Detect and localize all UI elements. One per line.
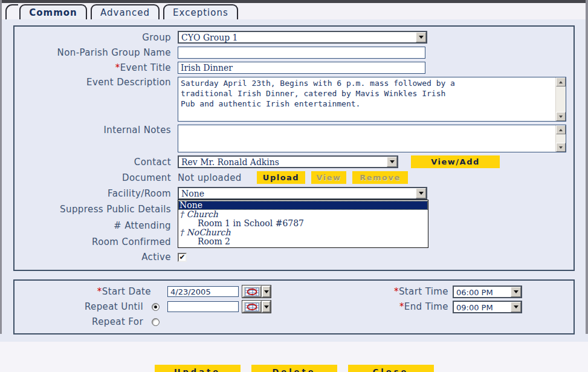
dropdown-arrow-icon[interactable] bbox=[416, 188, 426, 198]
tab-strip: Common Advanced Exceptions bbox=[0, 3, 588, 19]
start-time-label: *Start Time bbox=[292, 286, 448, 297]
contact-row: Contact Rev Mr. Ronald Adkins View/Add bbox=[15, 155, 570, 168]
facility-dropdown-list: None † Church Room 1 in School #6787 † N… bbox=[178, 200, 428, 248]
facility-option-nochurch[interactable]: † NoChurch bbox=[178, 228, 428, 237]
contact-label: Contact bbox=[15, 157, 175, 168]
scroll-down-icon[interactable] bbox=[556, 143, 566, 152]
schedule-section: *Start Date bbox=[13, 279, 575, 334]
calendar-button[interactable] bbox=[242, 301, 262, 313]
scrollbar[interactable] bbox=[555, 125, 566, 152]
repeat-until-calendar-button-group bbox=[242, 300, 271, 313]
document-row: Document Not uploaded Upload View Remove bbox=[15, 171, 570, 184]
event-title-label: *Event Title bbox=[15, 62, 175, 73]
room-confirmed-label: Room Confirmed bbox=[15, 237, 175, 247]
contact-select-value: Rev Mr. Ronald Adkins bbox=[179, 157, 387, 167]
facility-room-select[interactable]: None bbox=[178, 187, 427, 200]
document-label: Document bbox=[15, 172, 175, 183]
tab-strip-curve bbox=[5, 4, 18, 19]
schedule-right-column: *Start Time 06:00 PM *End Time 09:00 PM bbox=[292, 286, 573, 328]
repeat-for-label: Repeat For bbox=[15, 316, 143, 327]
start-date-row: *Start Date bbox=[15, 286, 292, 298]
facility-option-room2[interactable]: Room 2 bbox=[178, 237, 428, 246]
view-button[interactable]: View bbox=[311, 171, 346, 184]
main-form-section: Group CYO Group 1 Non-Parish Group Name … bbox=[13, 25, 575, 271]
facility-option-none[interactable]: None bbox=[178, 201, 428, 210]
event-description-textarea[interactable]: Saturday April 23th, Begins with 6 p.m. … bbox=[178, 77, 555, 121]
suppress-public-details-label: Suppress Public Details bbox=[15, 204, 175, 215]
contact-select[interactable]: Rev Mr. Ronald Adkins bbox=[178, 155, 398, 168]
event-description-label: Event Description bbox=[15, 77, 175, 88]
update-button[interactable]: Update bbox=[155, 365, 241, 372]
tab-common[interactable]: Common bbox=[19, 4, 87, 19]
facility-room-row: Facility/Room None None † Church Room 1 … bbox=[15, 187, 570, 200]
window-frame-right bbox=[586, 0, 588, 334]
facility-room-select-value: None bbox=[179, 188, 416, 198]
scroll-up-icon[interactable] bbox=[556, 125, 566, 134]
required-asterisk: * bbox=[394, 286, 399, 297]
facility-option-room1[interactable]: Room 1 in School #6787 bbox=[178, 219, 428, 228]
content-panel: Group CYO Group 1 Non-Parish Group Name … bbox=[0, 19, 588, 342]
start-time-select[interactable]: 06:00 PM bbox=[453, 286, 522, 298]
event-description-row: Event Description Saturday April 23th, B… bbox=[15, 77, 570, 122]
tab-advanced[interactable]: Advanced bbox=[91, 4, 160, 19]
scroll-up-icon[interactable] bbox=[556, 77, 566, 86]
start-date-calendar-button-group bbox=[242, 285, 271, 298]
group-row: Group CYO Group 1 bbox=[15, 31, 570, 44]
repeat-until-input[interactable] bbox=[167, 301, 239, 312]
footer-action-bar: Update Delete Close bbox=[0, 342, 588, 372]
group-select[interactable]: CYO Group 1 bbox=[178, 31, 427, 44]
active-checkbox[interactable]: ✔ bbox=[178, 253, 187, 262]
facility-option-church[interactable]: † Church bbox=[178, 210, 428, 219]
scroll-track[interactable] bbox=[556, 86, 566, 112]
internal-notes-row: Internal Notes bbox=[15, 125, 570, 152]
close-button[interactable]: Close bbox=[348, 365, 434, 372]
required-asterisk: * bbox=[115, 62, 120, 73]
non-parish-row: Non-Parish Group Name bbox=[15, 47, 570, 59]
scroll-track[interactable] bbox=[556, 134, 566, 143]
non-parish-name-label: Non-Parish Group Name bbox=[15, 47, 175, 58]
dropdown-arrow-icon[interactable] bbox=[387, 157, 397, 167]
dropdown-arrow-icon[interactable] bbox=[511, 287, 521, 297]
non-parish-name-input[interactable] bbox=[178, 47, 425, 59]
end-time-select[interactable]: 09:00 PM bbox=[453, 301, 522, 313]
start-date-label: *Start Date bbox=[15, 286, 151, 297]
internal-notes-textarea[interactable] bbox=[178, 125, 555, 152]
document-status: Not uploaded bbox=[178, 172, 257, 183]
upload-button[interactable]: Upload bbox=[257, 171, 305, 184]
window-frame-left bbox=[0, 0, 2, 334]
end-time-select-value: 09:00 PM bbox=[454, 302, 511, 312]
active-row: Active ✔ bbox=[15, 252, 570, 263]
scroll-down-icon[interactable] bbox=[556, 112, 566, 121]
end-time-row: *End Time 09:00 PM bbox=[292, 301, 573, 313]
required-asterisk: * bbox=[97, 286, 102, 297]
repeat-until-radio[interactable] bbox=[152, 303, 160, 311]
event-title-row: *Event Title bbox=[15, 62, 570, 74]
schedule-left-column: *Start Date bbox=[15, 286, 292, 328]
calendar-icon bbox=[245, 302, 259, 312]
checkmark-icon: ✔ bbox=[179, 253, 185, 261]
internal-notes-label: Internal Notes bbox=[15, 125, 175, 135]
group-select-value: CYO Group 1 bbox=[179, 32, 416, 42]
repeat-until-row: Repeat Until bbox=[15, 301, 292, 313]
calendar-dropdown-arrow[interactable] bbox=[262, 301, 271, 313]
scrollbar[interactable] bbox=[555, 77, 566, 121]
end-time-label: *End Time bbox=[292, 301, 448, 312]
dropdown-arrow-icon[interactable] bbox=[416, 32, 426, 42]
calendar-button[interactable] bbox=[242, 286, 262, 298]
calendar-icon bbox=[245, 287, 259, 296]
required-asterisk: * bbox=[399, 301, 404, 312]
view-add-button[interactable]: View/Add bbox=[411, 155, 500, 168]
dropdown-arrow-icon[interactable] bbox=[511, 302, 521, 312]
attending-label: # Attending bbox=[15, 220, 175, 231]
calendar-dropdown-arrow[interactable] bbox=[262, 286, 271, 298]
tab-exceptions[interactable]: Exceptions bbox=[163, 4, 238, 19]
repeat-for-row: Repeat For bbox=[15, 316, 292, 328]
delete-button[interactable]: Delete bbox=[251, 365, 337, 372]
event-title-input[interactable] bbox=[178, 62, 425, 74]
repeat-until-label: Repeat Until bbox=[15, 301, 143, 312]
remove-button[interactable]: Remove bbox=[352, 171, 408, 184]
start-time-select-value: 06:00 PM bbox=[454, 287, 511, 297]
start-date-input[interactable] bbox=[167, 286, 239, 297]
repeat-for-radio[interactable] bbox=[152, 318, 160, 326]
start-time-row: *Start Time 06:00 PM bbox=[292, 286, 573, 298]
